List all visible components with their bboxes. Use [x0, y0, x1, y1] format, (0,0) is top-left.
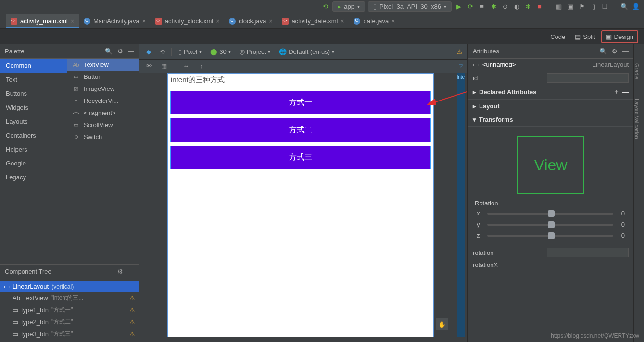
- close-icon[interactable]: ×: [269, 18, 272, 25]
- layout-inspector-icon[interactable]: ▯: [589, 2, 598, 11]
- palette-item-button[interactable]: ▭Button: [67, 71, 139, 83]
- button-icon: ▭: [13, 330, 18, 338]
- close-icon[interactable]: ×: [341, 18, 344, 25]
- user-icon[interactable]: 👤: [631, 2, 640, 11]
- split-mode-button[interactable]: ▤Split: [571, 31, 599, 42]
- palette-item-switch[interactable]: ⊙Switch: [67, 131, 139, 143]
- close-icon[interactable]: ×: [142, 18, 146, 25]
- pan-icon[interactable]: ✋: [436, 318, 448, 330]
- stop-icon[interactable]: ■: [535, 2, 544, 11]
- orientation-icon[interactable]: ⟲: [158, 48, 166, 56]
- palette-item-fragment[interactable]: <><fragment>: [67, 107, 139, 119]
- device-dropdown[interactable]: ▯Pixel▾: [177, 47, 203, 56]
- gear-icon[interactable]: ⚙: [117, 48, 123, 55]
- profiler-icon[interactable]: ◐: [512, 2, 521, 11]
- mock-textview[interactable]: intent的三种方式: [168, 74, 433, 87]
- code-mode-button[interactable]: ≡Code: [541, 31, 569, 42]
- mock-button-2[interactable]: 方式二: [170, 118, 431, 142]
- palette-item-imageview[interactable]: ▧ImageView: [67, 83, 139, 95]
- design-mode-button[interactable]: ▣Design: [601, 30, 638, 43]
- rotation-x-slider[interactable]: x0: [468, 208, 633, 219]
- tab-activity-date[interactable]: activity_date.xml×: [277, 14, 349, 28]
- run-config-label: app: [344, 3, 354, 10]
- close-icon[interactable]: ×: [71, 18, 74, 25]
- locale-dropdown[interactable]: 🌐Default (en-us)▾: [277, 47, 336, 56]
- gear-icon[interactable]: ⚙: [117, 268, 123, 275]
- id-input[interactable]: [547, 73, 629, 83]
- design-surface[interactable]: intent的三种方式 方式一 方式二 方式三: [167, 73, 434, 337]
- palette-cat-containers[interactable]: Containers: [0, 128, 67, 142]
- search-icon[interactable]: 🔍: [620, 2, 629, 11]
- tab-activity-clock[interactable]: activity_clock.xml×: [151, 14, 224, 28]
- tab-activity-main[interactable]: activity_main.xml×: [6, 14, 79, 28]
- palette-cat-text[interactable]: Text: [0, 73, 67, 87]
- tab-mainactivity[interactable]: MainActivity.java×: [79, 14, 151, 28]
- avd-icon[interactable]: ▥: [555, 2, 563, 11]
- tab-date-java[interactable]: date.java×: [349, 14, 400, 28]
- warning-icon[interactable]: ⚠: [457, 48, 463, 55]
- view-preview: View: [517, 136, 584, 194]
- layout-section[interactable]: ▸Layout: [468, 100, 633, 113]
- minimize-icon[interactable]: —: [128, 268, 134, 275]
- run-config-select[interactable]: ▸app▾: [332, 1, 365, 12]
- rotation-input[interactable]: [547, 248, 629, 257]
- theme-dropdown[interactable]: ◎Project▾: [238, 47, 272, 56]
- minimize-icon[interactable]: —: [622, 48, 629, 55]
- declared-attributes-section[interactable]: ▸Declared Attributes＋—: [468, 85, 633, 100]
- cube-icon[interactable]: ❒: [601, 2, 609, 11]
- add-icon[interactable]: ＋: [613, 88, 619, 96]
- resource-icon[interactable]: ⚑: [578, 2, 586, 11]
- palette-cat-buttons[interactable]: Buttons: [0, 87, 67, 101]
- sync-icon[interactable]: ⟲: [321, 2, 329, 11]
- tab-clock-java[interactable]: clock.java×: [224, 14, 277, 28]
- image-icon: ▣: [606, 33, 612, 40]
- minimize-icon[interactable]: —: [128, 48, 134, 55]
- rail-gradle[interactable]: Gradle: [634, 44, 640, 79]
- vertical-icon[interactable]: ↕: [197, 62, 206, 71]
- rail-layout-validation[interactable]: Layout Validation: [634, 79, 640, 139]
- search-icon[interactable]: 🔍: [105, 48, 113, 55]
- search-icon[interactable]: 🔍: [599, 48, 607, 55]
- transforms-section[interactable]: ▾Transforms: [468, 113, 633, 127]
- help-icon[interactable]: ?: [459, 63, 463, 70]
- eye-icon[interactable]: 👁: [144, 62, 153, 71]
- remove-icon[interactable]: —: [622, 89, 629, 96]
- tree-root-linearlayout[interactable]: ▭ LinearLayout (vertical): [0, 281, 139, 292]
- layers-icon[interactable]: ◆: [144, 48, 153, 56]
- debug-icon[interactable]: ✱: [489, 2, 498, 11]
- palette-cat-common[interactable]: Common: [0, 59, 67, 73]
- right-rail: Gradle Layout Validation: [633, 44, 644, 342]
- gear-icon[interactable]: ⚙: [612, 48, 618, 55]
- device-select[interactable]: ▯Pixel_3a_API_30_x86▾: [368, 1, 452, 12]
- tree-item-type3[interactable]: ▭type3_btn"方式三"⚠: [0, 328, 139, 340]
- run-icon[interactable]: ▶: [455, 2, 463, 11]
- palette-cat-widgets[interactable]: Widgets: [0, 101, 67, 114]
- palette-cat-legacy[interactable]: Legacy: [0, 170, 67, 184]
- debug-line-icon[interactable]: ≡: [478, 2, 486, 11]
- palette-cat-layouts[interactable]: Layouts: [0, 114, 67, 128]
- palette-item-textview[interactable]: AbTextView: [67, 59, 139, 71]
- apply-icon[interactable]: ⟳: [466, 2, 475, 11]
- horizontal-icon[interactable]: ↔: [182, 62, 190, 71]
- tree-item-textview[interactable]: AbTextView"intent的三...⚠: [0, 292, 139, 304]
- blueprint-toggle-icon[interactable]: ▦: [160, 62, 168, 71]
- palette-item-recyclerview[interactable]: ≡RecyclerVi...: [67, 95, 139, 107]
- coverage-icon[interactable]: ⊙: [501, 2, 509, 11]
- tree-item-type2[interactable]: ▭type2_btn"方式二"⚠: [0, 316, 139, 328]
- mock-button-3[interactable]: 方式三: [170, 146, 431, 169]
- rotation-z-slider[interactable]: z0: [468, 230, 633, 241]
- mock-button-1[interactable]: 方式一: [170, 91, 431, 114]
- close-icon[interactable]: ×: [391, 18, 395, 25]
- palette-cat-google[interactable]: Google: [0, 156, 67, 170]
- palette-item-scrollview[interactable]: ▭ScrollView: [67, 119, 139, 131]
- sdk-icon[interactable]: ▣: [566, 2, 575, 11]
- rotation-field-row: rotation: [468, 246, 633, 259]
- tree-item-type1[interactable]: ▭type1_btn"方式一"⚠: [0, 304, 139, 316]
- close-icon[interactable]: ×: [216, 18, 219, 25]
- component-tree-title: Component Tree: [5, 268, 51, 275]
- rotation-y-slider[interactable]: y0: [468, 219, 633, 230]
- attributes-selection: ▭ <unnamed> LinearLayout: [468, 59, 633, 71]
- palette-cat-helpers[interactable]: Helpers: [0, 142, 67, 156]
- attach-icon[interactable]: ✻: [524, 2, 532, 11]
- api-dropdown[interactable]: ⬤30▾: [208, 47, 232, 56]
